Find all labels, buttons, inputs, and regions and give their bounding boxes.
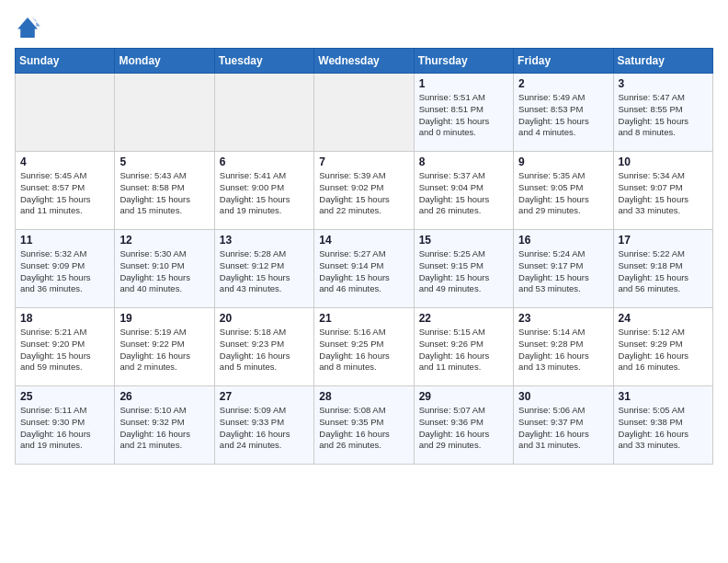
calendar-cell: 17Sunrise: 5:22 AM Sunset: 9:18 PM Dayli… (613, 230, 712, 308)
calendar-cell: 26Sunrise: 5:10 AM Sunset: 9:32 PM Dayli… (115, 386, 214, 465)
calendar-cell: 7Sunrise: 5:39 AM Sunset: 9:02 PM Daylig… (314, 152, 414, 230)
day-number: 14 (319, 234, 408, 247)
col-header-monday: Monday (115, 49, 214, 74)
day-number: 5 (119, 155, 209, 168)
logo-icon (15, 15, 40, 40)
calendar-week-4: 18Sunrise: 5:21 AM Sunset: 9:20 PM Dayli… (16, 308, 713, 386)
day-number: 20 (220, 312, 309, 325)
day-number: 13 (220, 234, 309, 247)
day-info: Sunrise: 5:08 AM Sunset: 9:35 PM Dayligh… (319, 405, 408, 452)
day-info: Sunrise: 5:41 AM Sunset: 9:00 PM Dayligh… (220, 170, 309, 217)
day-number: 24 (619, 312, 708, 325)
calendar-cell: 8Sunrise: 5:37 AM Sunset: 9:04 PM Daylig… (414, 152, 513, 230)
day-info: Sunrise: 5:19 AM Sunset: 9:22 PM Dayligh… (119, 327, 209, 373)
calendar-cell: 15Sunrise: 5:25 AM Sunset: 9:15 PM Dayli… (414, 230, 513, 308)
day-info: Sunrise: 5:43 AM Sunset: 8:58 PM Dayligh… (119, 170, 209, 217)
calendar-cell: 22Sunrise: 5:15 AM Sunset: 9:26 PM Dayli… (414, 308, 513, 386)
calendar-cell: 27Sunrise: 5:09 AM Sunset: 9:33 PM Dayli… (214, 386, 313, 465)
day-info: Sunrise: 5:18 AM Sunset: 9:23 PM Dayligh… (220, 327, 309, 373)
day-info: Sunrise: 5:35 AM Sunset: 9:05 PM Dayligh… (518, 170, 608, 217)
day-number: 31 (619, 390, 708, 403)
day-info: Sunrise: 5:12 AM Sunset: 9:29 PM Dayligh… (619, 327, 708, 373)
logo (15, 15, 44, 40)
col-header-tuesday: Tuesday (214, 49, 313, 74)
calendar-cell: 14Sunrise: 5:27 AM Sunset: 9:14 PM Dayli… (314, 230, 414, 308)
day-number: 26 (119, 390, 209, 403)
calendar-cell: 12Sunrise: 5:30 AM Sunset: 9:10 PM Dayli… (115, 230, 214, 308)
day-number: 27 (220, 390, 309, 403)
day-number: 6 (220, 155, 309, 168)
col-header-saturday: Saturday (613, 49, 712, 74)
day-info: Sunrise: 5:11 AM Sunset: 9:30 PM Dayligh… (20, 405, 109, 452)
page-header (15, 15, 713, 40)
calendar-cell: 16Sunrise: 5:24 AM Sunset: 9:17 PM Dayli… (514, 230, 613, 308)
calendar-cell (214, 74, 313, 152)
day-info: Sunrise: 5:09 AM Sunset: 9:33 PM Dayligh… (220, 405, 309, 452)
day-number: 17 (619, 234, 708, 247)
calendar-cell: 21Sunrise: 5:16 AM Sunset: 9:25 PM Dayli… (314, 308, 414, 386)
calendar-cell: 19Sunrise: 5:19 AM Sunset: 9:22 PM Dayli… (115, 308, 214, 386)
col-header-wednesday: Wednesday (314, 49, 414, 74)
day-info: Sunrise: 5:49 AM Sunset: 8:53 PM Dayligh… (518, 92, 608, 139)
calendar-cell: 25Sunrise: 5:11 AM Sunset: 9:30 PM Dayli… (16, 386, 115, 465)
day-info: Sunrise: 5:05 AM Sunset: 9:38 PM Dayligh… (619, 405, 708, 452)
day-number: 3 (619, 77, 708, 90)
svg-marker-0 (17, 17, 38, 38)
calendar-cell: 18Sunrise: 5:21 AM Sunset: 9:20 PM Dayli… (16, 308, 115, 386)
day-number: 21 (319, 312, 408, 325)
calendar-cell: 10Sunrise: 5:34 AM Sunset: 9:07 PM Dayli… (613, 152, 712, 230)
calendar-week-1: 1Sunrise: 5:51 AM Sunset: 8:51 PM Daylig… (16, 74, 713, 152)
calendar-cell: 5Sunrise: 5:43 AM Sunset: 8:58 PM Daylig… (115, 152, 214, 230)
day-info: Sunrise: 5:25 AM Sunset: 9:15 PM Dayligh… (419, 248, 508, 295)
day-number: 25 (20, 390, 109, 403)
day-info: Sunrise: 5:16 AM Sunset: 9:25 PM Dayligh… (319, 327, 408, 373)
calendar-cell: 13Sunrise: 5:28 AM Sunset: 9:12 PM Dayli… (214, 230, 313, 308)
day-number: 12 (119, 234, 209, 247)
day-info: Sunrise: 5:22 AM Sunset: 9:18 PM Dayligh… (619, 248, 708, 295)
day-info: Sunrise: 5:24 AM Sunset: 9:17 PM Dayligh… (518, 248, 608, 295)
day-info: Sunrise: 5:47 AM Sunset: 8:55 PM Dayligh… (619, 92, 708, 139)
calendar-cell: 20Sunrise: 5:18 AM Sunset: 9:23 PM Dayli… (214, 308, 313, 386)
day-number: 18 (20, 312, 109, 325)
calendar-cell (115, 74, 214, 152)
day-info: Sunrise: 5:21 AM Sunset: 9:20 PM Dayligh… (20, 327, 109, 373)
day-number: 30 (518, 390, 608, 403)
day-number: 4 (20, 155, 109, 168)
day-info: Sunrise: 5:07 AM Sunset: 9:36 PM Dayligh… (419, 405, 508, 452)
day-number: 10 (619, 155, 708, 168)
day-number: 8 (419, 155, 508, 168)
col-header-thursday: Thursday (414, 49, 513, 74)
day-number: 19 (119, 312, 209, 325)
day-number: 15 (419, 234, 508, 247)
calendar-cell: 4Sunrise: 5:45 AM Sunset: 8:57 PM Daylig… (16, 152, 115, 230)
calendar-cell: 2Sunrise: 5:49 AM Sunset: 8:53 PM Daylig… (514, 74, 613, 152)
day-number: 28 (319, 390, 408, 403)
calendar-cell: 31Sunrise: 5:05 AM Sunset: 9:38 PM Dayli… (613, 386, 712, 465)
day-info: Sunrise: 5:10 AM Sunset: 9:32 PM Dayligh… (119, 405, 209, 452)
calendar-cell: 29Sunrise: 5:07 AM Sunset: 9:36 PM Dayli… (414, 386, 513, 465)
calendar-table: SundayMondayTuesdayWednesdayThursdayFrid… (15, 48, 713, 465)
calendar-cell (314, 74, 414, 152)
day-number: 7 (319, 155, 408, 168)
col-header-friday: Friday (514, 49, 613, 74)
calendar-cell: 6Sunrise: 5:41 AM Sunset: 9:00 PM Daylig… (214, 152, 313, 230)
day-info: Sunrise: 5:37 AM Sunset: 9:04 PM Dayligh… (419, 170, 508, 217)
day-info: Sunrise: 5:14 AM Sunset: 9:28 PM Dayligh… (518, 327, 608, 373)
day-number: 29 (419, 390, 508, 403)
day-info: Sunrise: 5:34 AM Sunset: 9:07 PM Dayligh… (619, 170, 708, 217)
day-number: 9 (518, 155, 608, 168)
day-number: 22 (419, 312, 508, 325)
day-number: 11 (20, 234, 109, 247)
col-header-sunday: Sunday (16, 49, 115, 74)
day-number: 1 (419, 77, 508, 90)
day-number: 2 (518, 77, 608, 90)
calendar-week-5: 25Sunrise: 5:11 AM Sunset: 9:30 PM Dayli… (16, 386, 713, 465)
calendar-week-2: 4Sunrise: 5:45 AM Sunset: 8:57 PM Daylig… (16, 152, 713, 230)
day-info: Sunrise: 5:15 AM Sunset: 9:26 PM Dayligh… (419, 327, 508, 373)
calendar-cell: 11Sunrise: 5:32 AM Sunset: 9:09 PM Dayli… (16, 230, 115, 308)
calendar-cell: 24Sunrise: 5:12 AM Sunset: 9:29 PM Dayli… (613, 308, 712, 386)
calendar-header-row: SundayMondayTuesdayWednesdayThursdayFrid… (16, 49, 713, 74)
calendar-cell: 23Sunrise: 5:14 AM Sunset: 9:28 PM Dayli… (514, 308, 613, 386)
calendar-cell: 3Sunrise: 5:47 AM Sunset: 8:55 PM Daylig… (613, 74, 712, 152)
calendar-cell (16, 74, 115, 152)
